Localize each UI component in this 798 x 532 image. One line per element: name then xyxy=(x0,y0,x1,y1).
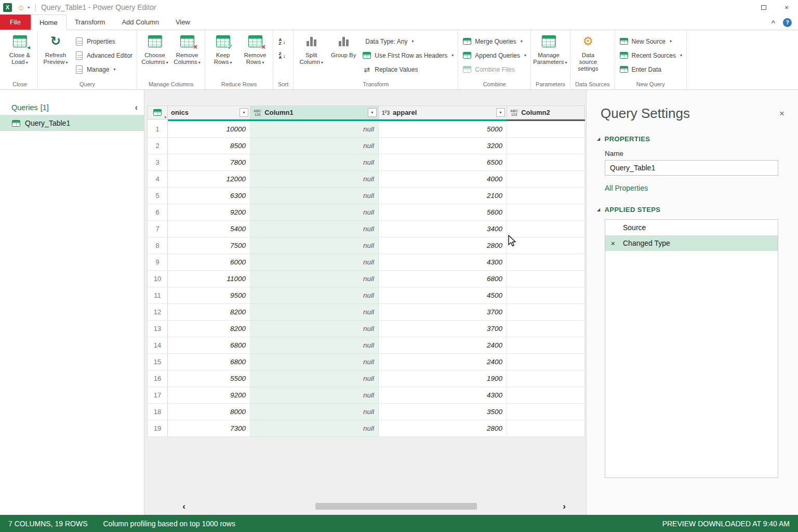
cell[interactable]: 6800 xyxy=(379,271,507,287)
properties-button[interactable]: Properties xyxy=(72,36,135,47)
cell[interactable]: null xyxy=(250,154,379,171)
manage-button[interactable]: Manage▾ xyxy=(72,64,135,75)
split-column-button[interactable]: Split Column▾ xyxy=(295,30,327,66)
cell[interactable]: 7800 xyxy=(168,154,250,171)
sort-ascending-button[interactable]: AZ↓ xyxy=(275,36,289,47)
close-and-load-button[interactable]: ◂Close & Load▾ xyxy=(4,30,36,66)
cell[interactable]: null xyxy=(250,304,379,321)
cell[interactable] xyxy=(507,188,585,204)
cell[interactable]: 8200 xyxy=(168,321,250,337)
cell[interactable]: 5000 xyxy=(379,121,507,138)
scroll-left-button[interactable]: ‹ xyxy=(178,502,190,511)
enter-data-button[interactable]: Enter Data xyxy=(617,64,685,75)
row-number[interactable]: 8 xyxy=(148,237,168,254)
row-number[interactable]: 5 xyxy=(148,188,168,204)
cell[interactable]: 6500 xyxy=(379,154,507,171)
row-number[interactable]: 13 xyxy=(148,321,168,337)
recent-sources-button[interactable]: Recent Sources▾ xyxy=(617,50,685,61)
row-number[interactable]: 12 xyxy=(148,304,168,321)
cell[interactable] xyxy=(507,138,585,154)
cell[interactable]: 1900 xyxy=(379,370,507,387)
cell[interactable]: 9500 xyxy=(168,287,250,304)
cell[interactable]: 2100 xyxy=(379,188,507,204)
group-by-button[interactable]: Group By xyxy=(327,30,360,59)
cell[interactable]: 8500 xyxy=(168,138,250,154)
tab-add-column[interactable]: Add Column xyxy=(113,15,167,30)
row-number[interactable]: 17 xyxy=(148,387,168,404)
data-source-settings-button[interactable]: ⚙Data source settings xyxy=(572,30,604,72)
filter-dropdown-button[interactable]: ▼ xyxy=(368,108,377,117)
cell[interactable] xyxy=(507,287,585,304)
cell[interactable] xyxy=(507,337,585,354)
cell[interactable]: 4000 xyxy=(379,171,507,188)
cell[interactable]: 3400 xyxy=(379,221,507,237)
cell[interactable]: null xyxy=(250,138,379,154)
sort-descending-button[interactable]: ZA↓ xyxy=(275,50,289,61)
properties-heading[interactable]: ◢ PROPERTIES xyxy=(597,135,798,143)
cell[interactable]: null xyxy=(250,387,379,404)
tab-transform[interactable]: Transform xyxy=(66,15,114,30)
row-number[interactable]: 3 xyxy=(148,154,168,171)
cell[interactable]: null xyxy=(250,171,379,188)
cell[interactable] xyxy=(507,121,585,138)
cell[interactable] xyxy=(507,271,585,287)
cell[interactable] xyxy=(507,370,585,387)
cell[interactable]: 5600 xyxy=(379,204,507,221)
cell[interactable]: 5500 xyxy=(168,370,250,387)
advanced-editor-button[interactable]: Advanced Editor xyxy=(72,50,135,61)
cell[interactable]: 3700 xyxy=(379,304,507,321)
refresh-preview-button[interactable]: ↻Refresh Preview▾ xyxy=(39,30,72,66)
cell[interactable]: 9200 xyxy=(168,204,250,221)
cell[interactable]: 5400 xyxy=(168,221,250,237)
status-profiling-info[interactable]: Column profiling based on top 1000 rows xyxy=(103,520,235,528)
row-number[interactable]: 7 xyxy=(148,221,168,237)
cell[interactable] xyxy=(507,304,585,321)
row-number[interactable]: 2 xyxy=(148,138,168,154)
tab-home[interactable]: Home xyxy=(31,15,66,30)
all-properties-link[interactable]: All Properties xyxy=(605,184,648,192)
cell[interactable] xyxy=(507,204,585,221)
row-number[interactable]: 4 xyxy=(148,171,168,188)
scrollbar-track[interactable] xyxy=(190,502,558,510)
cell[interactable]: null xyxy=(250,321,379,337)
cell[interactable]: 12000 xyxy=(168,171,250,188)
applied-steps-heading[interactable]: ◢ APPLIED STEPS xyxy=(597,206,798,214)
close-window-button[interactable]: × xyxy=(775,0,798,15)
column-header-apparel[interactable]: 123apparel▼ xyxy=(379,106,507,119)
row-number[interactable]: 19 xyxy=(148,420,168,437)
row-number[interactable]: 16 xyxy=(148,370,168,387)
query-name-input[interactable] xyxy=(605,160,778,176)
cell[interactable] xyxy=(507,221,585,237)
cell[interactable]: 6000 xyxy=(168,254,250,271)
help-icon[interactable]: ? xyxy=(783,18,792,27)
cell[interactable]: 3700 xyxy=(379,321,507,337)
cell[interactable] xyxy=(507,237,585,254)
cell[interactable] xyxy=(507,321,585,337)
combine-files-button[interactable]: Combine Files xyxy=(460,64,529,75)
append-queries-button[interactable]: Append Queries▾ xyxy=(460,50,529,61)
remove-columns-button[interactable]: ×Remove Columns▾ xyxy=(171,30,203,66)
keep-rows-button[interactable]: ✓Keep Rows▾ xyxy=(207,30,239,66)
cell[interactable] xyxy=(507,254,585,271)
cell[interactable] xyxy=(507,420,585,437)
scrollbar-thumb[interactable] xyxy=(315,503,477,510)
row-number[interactable]: 6 xyxy=(148,204,168,221)
filter-dropdown-button[interactable]: ▼ xyxy=(240,108,248,117)
remove-rows-button[interactable]: ×Remove Rows▾ xyxy=(239,30,271,66)
cell[interactable]: null xyxy=(250,188,379,204)
cell[interactable]: 4300 xyxy=(379,254,507,271)
cell[interactable]: null xyxy=(250,221,379,237)
row-number[interactable]: 15 xyxy=(148,354,168,370)
cell[interactable]: 3500 xyxy=(379,404,507,420)
cell[interactable]: 2400 xyxy=(379,337,507,354)
cell[interactable]: null xyxy=(250,420,379,437)
manage-parameters-button[interactable]: Manage Parameters▾ xyxy=(533,30,565,66)
tab-view[interactable]: View xyxy=(167,15,198,30)
column-header-column2[interactable]: ABC123Column2 xyxy=(507,106,585,119)
cell[interactable]: null xyxy=(250,370,379,387)
feedback-smiley-icon[interactable]: ☺ xyxy=(17,4,25,11)
cell[interactable]: 6800 xyxy=(168,354,250,370)
cell[interactable]: null xyxy=(250,354,379,370)
cell[interactable]: 9200 xyxy=(168,387,250,404)
quick-access-caret-icon[interactable]: ▾ xyxy=(28,5,30,10)
